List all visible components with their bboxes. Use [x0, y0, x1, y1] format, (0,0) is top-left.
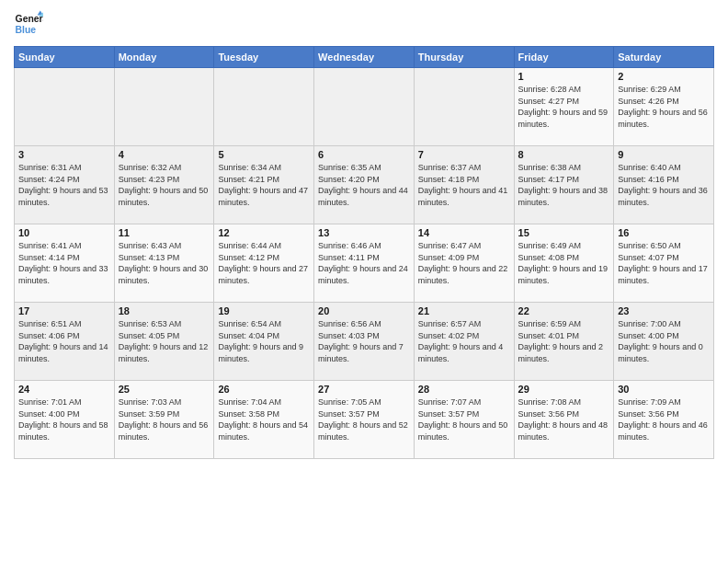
calendar-day-cell: 22Sunrise: 6:59 AM Sunset: 4:01 PM Dayli… [514, 303, 614, 381]
header-cell: Friday [514, 47, 614, 68]
svg-text:Blue: Blue [16, 25, 37, 35]
day-info: Sunrise: 6:35 AM Sunset: 4:20 PM Dayligh… [318, 162, 410, 208]
day-info: Sunrise: 6:40 AM Sunset: 4:16 PM Dayligh… [618, 162, 710, 208]
day-number: 14 [418, 227, 510, 238]
header: General Blue [14, 9, 714, 39]
day-number: 28 [418, 384, 510, 395]
header-cell: Tuesday [214, 47, 314, 68]
header-cell: Monday [114, 47, 214, 68]
day-info: Sunrise: 6:37 AM Sunset: 4:18 PM Dayligh… [418, 162, 510, 208]
day-number: 21 [418, 305, 510, 316]
day-info: Sunrise: 7:05 AM Sunset: 3:57 PM Dayligh… [318, 396, 410, 442]
calendar-day-cell [114, 68, 214, 146]
calendar-day-cell: 28Sunrise: 7:07 AM Sunset: 3:57 PM Dayli… [414, 381, 514, 459]
calendar-week-row: 10Sunrise: 6:41 AM Sunset: 4:14 PM Dayli… [15, 224, 714, 303]
day-number: 29 [518, 384, 610, 395]
calendar-day-cell: 13Sunrise: 6:46 AM Sunset: 4:11 PM Dayli… [314, 224, 415, 303]
calendar-day-cell: 16Sunrise: 6:50 AM Sunset: 4:07 PM Dayli… [614, 224, 714, 303]
day-info: Sunrise: 6:41 AM Sunset: 4:14 PM Dayligh… [18, 240, 110, 286]
day-number: 15 [518, 227, 610, 238]
day-number: 10 [18, 227, 110, 238]
day-number: 16 [618, 227, 710, 238]
day-info: Sunrise: 6:47 AM Sunset: 4:09 PM Dayligh… [418, 240, 510, 286]
day-number: 7 [418, 149, 510, 160]
day-info: Sunrise: 6:50 AM Sunset: 4:07 PM Dayligh… [618, 240, 710, 286]
calendar-day-cell [414, 68, 514, 146]
day-number: 25 [119, 384, 210, 395]
day-info: Sunrise: 6:31 AM Sunset: 4:24 PM Dayligh… [18, 162, 110, 208]
day-info: Sunrise: 6:57 AM Sunset: 4:02 PM Dayligh… [418, 318, 510, 364]
day-number: 4 [119, 149, 210, 160]
day-info: Sunrise: 7:09 AM Sunset: 3:56 PM Dayligh… [618, 396, 710, 442]
calendar-day-cell: 6Sunrise: 6:35 AM Sunset: 4:20 PM Daylig… [314, 146, 415, 224]
day-number: 23 [618, 305, 710, 316]
calendar-day-cell [214, 68, 314, 146]
header-row: SundayMondayTuesdayWednesdayThursdayFrid… [15, 47, 714, 68]
calendar-day-cell: 17Sunrise: 6:51 AM Sunset: 4:06 PM Dayli… [15, 303, 115, 381]
logo: General Blue [14, 9, 43, 39]
calendar-day-cell [15, 68, 115, 146]
day-number: 20 [318, 305, 410, 316]
day-number: 22 [518, 305, 610, 316]
calendar-day-cell: 2Sunrise: 6:29 AM Sunset: 4:26 PM Daylig… [614, 68, 714, 146]
day-info: Sunrise: 6:51 AM Sunset: 4:06 PM Dayligh… [18, 318, 110, 364]
calendar-day-cell: 14Sunrise: 6:47 AM Sunset: 4:09 PM Dayli… [414, 224, 514, 303]
day-number: 5 [218, 149, 310, 160]
calendar-day-cell: 26Sunrise: 7:04 AM Sunset: 3:58 PM Dayli… [214, 381, 314, 459]
day-info: Sunrise: 7:00 AM Sunset: 4:00 PM Dayligh… [618, 318, 710, 364]
calendar-day-cell: 18Sunrise: 6:53 AM Sunset: 4:05 PM Dayli… [114, 303, 214, 381]
svg-text:General: General [16, 14, 43, 24]
calendar-day-cell: 24Sunrise: 7:01 AM Sunset: 4:00 PM Dayli… [15, 381, 115, 459]
calendar-day-cell: 12Sunrise: 6:44 AM Sunset: 4:12 PM Dayli… [214, 224, 314, 303]
day-number: 13 [318, 227, 410, 238]
day-number: 19 [218, 305, 310, 316]
calendar-day-cell: 9Sunrise: 6:40 AM Sunset: 4:16 PM Daylig… [614, 146, 714, 224]
calendar-day-cell: 5Sunrise: 6:34 AM Sunset: 4:21 PM Daylig… [214, 146, 314, 224]
calendar-day-cell: 19Sunrise: 6:54 AM Sunset: 4:04 PM Dayli… [214, 303, 314, 381]
calendar-day-cell: 7Sunrise: 6:37 AM Sunset: 4:18 PM Daylig… [414, 146, 514, 224]
calendar-day-cell: 30Sunrise: 7:09 AM Sunset: 3:56 PM Dayli… [614, 381, 714, 459]
day-number: 6 [318, 149, 410, 160]
day-number: 24 [18, 384, 110, 395]
calendar-week-row: 17Sunrise: 6:51 AM Sunset: 4:06 PM Dayli… [15, 303, 714, 381]
calendar-day-cell: 23Sunrise: 7:00 AM Sunset: 4:00 PM Dayli… [614, 303, 714, 381]
calendar-table: SundayMondayTuesdayWednesdayThursdayFrid… [14, 46, 714, 459]
calendar-week-row: 3Sunrise: 6:31 AM Sunset: 4:24 PM Daylig… [15, 146, 714, 224]
day-info: Sunrise: 6:56 AM Sunset: 4:03 PM Dayligh… [318, 318, 410, 364]
header-cell: Wednesday [314, 47, 415, 68]
calendar-day-cell: 21Sunrise: 6:57 AM Sunset: 4:02 PM Dayli… [414, 303, 514, 381]
calendar-week-row: 24Sunrise: 7:01 AM Sunset: 4:00 PM Dayli… [15, 381, 714, 459]
day-number: 8 [518, 149, 610, 160]
day-number: 17 [18, 305, 110, 316]
day-number: 26 [218, 384, 310, 395]
day-number: 30 [618, 384, 710, 395]
calendar-day-cell: 8Sunrise: 6:38 AM Sunset: 4:17 PM Daylig… [514, 146, 614, 224]
day-info: Sunrise: 7:08 AM Sunset: 3:56 PM Dayligh… [518, 396, 610, 442]
day-number: 2 [618, 71, 710, 82]
calendar-day-cell: 20Sunrise: 6:56 AM Sunset: 4:03 PM Dayli… [314, 303, 415, 381]
day-info: Sunrise: 6:53 AM Sunset: 4:05 PM Dayligh… [119, 318, 210, 364]
day-info: Sunrise: 6:44 AM Sunset: 4:12 PM Dayligh… [218, 240, 310, 286]
calendar-day-cell: 3Sunrise: 6:31 AM Sunset: 4:24 PM Daylig… [15, 146, 115, 224]
day-info: Sunrise: 6:32 AM Sunset: 4:23 PM Dayligh… [119, 162, 210, 208]
calendar-week-row: 1Sunrise: 6:28 AM Sunset: 4:27 PM Daylig… [15, 68, 714, 146]
day-info: Sunrise: 6:46 AM Sunset: 4:11 PM Dayligh… [318, 240, 410, 286]
page-container: General Blue SundayMondayTuesdayWednesda… [0, 0, 728, 563]
day-info: Sunrise: 6:43 AM Sunset: 4:13 PM Dayligh… [119, 240, 210, 286]
day-number: 27 [318, 384, 410, 395]
day-info: Sunrise: 7:04 AM Sunset: 3:58 PM Dayligh… [218, 396, 310, 442]
header-cell: Saturday [614, 47, 714, 68]
calendar-day-cell: 27Sunrise: 7:05 AM Sunset: 3:57 PM Dayli… [314, 381, 415, 459]
day-info: Sunrise: 7:07 AM Sunset: 3:57 PM Dayligh… [418, 396, 510, 442]
day-info: Sunrise: 6:29 AM Sunset: 4:26 PM Dayligh… [618, 84, 710, 130]
day-info: Sunrise: 6:54 AM Sunset: 4:04 PM Dayligh… [218, 318, 310, 364]
day-number: 9 [618, 149, 710, 160]
day-info: Sunrise: 6:59 AM Sunset: 4:01 PM Dayligh… [518, 318, 610, 364]
calendar-day-cell: 10Sunrise: 6:41 AM Sunset: 4:14 PM Dayli… [15, 224, 115, 303]
header-cell: Thursday [414, 47, 514, 68]
calendar-day-cell: 25Sunrise: 7:03 AM Sunset: 3:59 PM Dayli… [114, 381, 214, 459]
header-cell: Sunday [15, 47, 115, 68]
calendar-day-cell: 29Sunrise: 7:08 AM Sunset: 3:56 PM Dayli… [514, 381, 614, 459]
calendar-day-cell: 4Sunrise: 6:32 AM Sunset: 4:23 PM Daylig… [114, 146, 214, 224]
day-info: Sunrise: 6:34 AM Sunset: 4:21 PM Dayligh… [218, 162, 310, 208]
